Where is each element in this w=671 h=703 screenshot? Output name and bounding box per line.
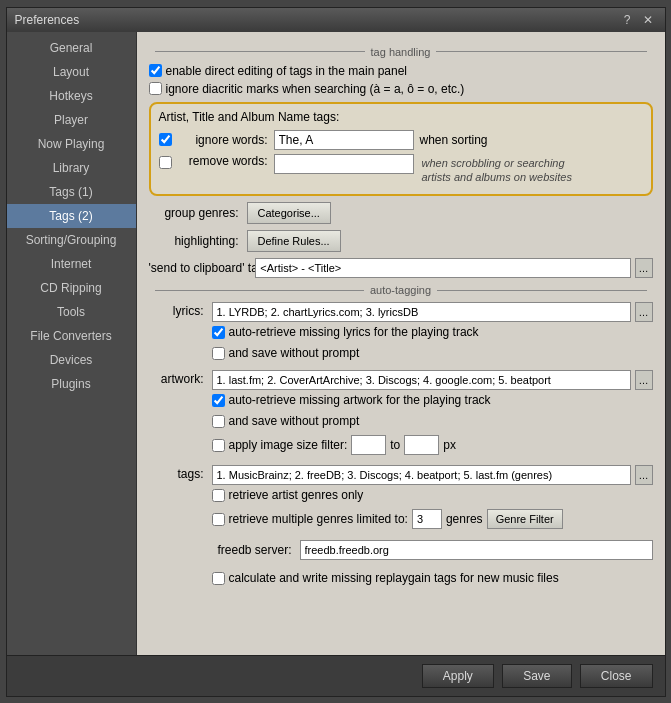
tags-dropdown-btn[interactable]: … bbox=[635, 465, 653, 485]
enable-direct-editing-label: enable direct editing of tags in the mai… bbox=[166, 64, 408, 78]
ignore-words-label: ignore words: bbox=[178, 133, 268, 147]
sidebar-item-now-playing[interactable]: Now Playing bbox=[7, 132, 136, 156]
lyrics-check1-row: auto-retrieve missing lyrics for the pla… bbox=[212, 325, 653, 339]
replaygain-row: calculate and write missing replaygain t… bbox=[212, 571, 653, 585]
artwork-to-label: to bbox=[390, 438, 400, 452]
sidebar-item-sorting[interactable]: Sorting/Grouping bbox=[7, 228, 136, 252]
tags-artist-genres-label: retrieve artist genres only bbox=[229, 488, 364, 502]
ignore-diacritic-checkbox[interactable] bbox=[149, 82, 162, 95]
sidebar-item-internet[interactable]: Internet bbox=[7, 252, 136, 276]
artwork-content: … auto-retrieve missing artwork for the … bbox=[212, 370, 653, 459]
remove-words-label: remove words: bbox=[178, 154, 268, 168]
enable-direct-editing-checkbox[interactable] bbox=[149, 64, 162, 77]
send-clipboard-row: 'send to clipboard' tags: … bbox=[149, 258, 653, 278]
replaygain-checkbox[interactable] bbox=[212, 572, 225, 585]
artwork-combo: … bbox=[212, 370, 653, 390]
artwork-dropdown-btn[interactable]: … bbox=[635, 370, 653, 390]
remove-words-checkbox[interactable] bbox=[159, 156, 172, 169]
sidebar-item-tools[interactable]: Tools bbox=[7, 300, 136, 324]
artwork-save-prompt-checkbox[interactable] bbox=[212, 415, 225, 428]
main-content: tag handling enable direct editing of ta… bbox=[137, 32, 665, 655]
sidebar-item-tags2[interactable]: Tags (2) bbox=[7, 204, 136, 228]
tags-multiple-genres-checkbox[interactable] bbox=[212, 513, 225, 526]
artwork-auto-retrieve-checkbox[interactable] bbox=[212, 394, 225, 407]
artwork-size-filter-row: apply image size filter: to px bbox=[212, 435, 653, 455]
genre-filter-button[interactable]: Genre Filter bbox=[487, 509, 563, 529]
section-line-right bbox=[436, 51, 646, 52]
artwork-size-max-input[interactable] bbox=[404, 435, 439, 455]
freedb-input[interactable] bbox=[300, 540, 653, 560]
save-button[interactable]: Save bbox=[502, 664, 572, 688]
lyrics-dropdown-btn[interactable]: … bbox=[635, 302, 653, 322]
lyrics-label: lyrics: bbox=[149, 302, 204, 318]
tags-row: tags: … retrieve artist genres only retr… bbox=[149, 465, 653, 589]
artwork-size-min-input[interactable] bbox=[351, 435, 386, 455]
sidebar-item-file-converters[interactable]: File Converters bbox=[7, 324, 136, 348]
artwork-row: artwork: … auto-retrieve missing artwork… bbox=[149, 370, 653, 459]
highlighting-row: highlighting: Define Rules... bbox=[149, 230, 653, 252]
lyrics-auto-retrieve-label: auto-retrieve missing lyrics for the pla… bbox=[229, 325, 479, 339]
sidebar-item-player[interactable]: Player bbox=[7, 108, 136, 132]
remove-words-input[interactable] bbox=[274, 154, 414, 174]
ignore-words-row: ignore words: when sorting bbox=[159, 130, 643, 150]
sidebar-item-plugins[interactable]: Plugins bbox=[7, 372, 136, 396]
artwork-size-filter-label: apply image size filter: bbox=[229, 438, 348, 452]
artwork-source-input[interactable] bbox=[212, 370, 631, 390]
dialog-title: Preferences bbox=[15, 13, 80, 27]
lyrics-save-prompt-checkbox[interactable] bbox=[212, 347, 225, 360]
sidebar-item-tags1[interactable]: Tags (1) bbox=[7, 180, 136, 204]
tag-handling-header: tag handling bbox=[149, 46, 653, 58]
sidebar-item-devices[interactable]: Devices bbox=[7, 348, 136, 372]
artwork-px-label: px bbox=[443, 438, 456, 452]
genres-label: genres bbox=[446, 512, 483, 526]
lyrics-source-input[interactable] bbox=[212, 302, 631, 322]
categorise-button[interactable]: Categorise... bbox=[247, 202, 331, 224]
sidebar-item-hotkeys[interactable]: Hotkeys bbox=[7, 84, 136, 108]
artwork-auto-retrieve-label: auto-retrieve missing artwork for the pl… bbox=[229, 393, 491, 407]
ignore-diacritic-label: ignore diacritic marks when searching (à… bbox=[166, 82, 465, 96]
sidebar-item-layout[interactable]: Layout bbox=[7, 60, 136, 84]
sidebar: General Layout Hotkeys Player Now Playin… bbox=[7, 32, 137, 655]
lyrics-combo: … bbox=[212, 302, 653, 322]
help-button[interactable]: ? bbox=[620, 13, 635, 27]
lyrics-check2-row: and save without prompt bbox=[212, 346, 653, 360]
replaygain-label: calculate and write missing replaygain t… bbox=[229, 571, 559, 585]
lyrics-content: … auto-retrieve missing lyrics for the p… bbox=[212, 302, 653, 364]
tags-source-input[interactable] bbox=[212, 465, 631, 485]
artwork-label: artwork: bbox=[149, 370, 204, 386]
dialog-footer: Apply Save Close bbox=[7, 655, 665, 696]
genres-count-input[interactable] bbox=[412, 509, 442, 529]
tags-combo: … bbox=[212, 465, 653, 485]
lyrics-row: lyrics: … auto-retrieve missing lyrics f… bbox=[149, 302, 653, 364]
tags-content: … retrieve artist genres only retrieve m… bbox=[212, 465, 653, 589]
lyrics-save-prompt-label: and save without prompt bbox=[229, 346, 360, 360]
sidebar-item-general[interactable]: General bbox=[7, 36, 136, 60]
preferences-dialog: Preferences ? ✕ General Layout Hotkeys P… bbox=[6, 7, 666, 697]
close-button[interactable]: Close bbox=[580, 664, 653, 688]
ignore-words-checkbox[interactable] bbox=[159, 133, 172, 146]
lyrics-auto-retrieve-checkbox[interactable] bbox=[212, 326, 225, 339]
sidebar-item-cd-ripping[interactable]: CD Ripping bbox=[7, 276, 136, 300]
remove-words-row: remove words: bbox=[159, 154, 414, 174]
tags-artist-genres-checkbox[interactable] bbox=[212, 489, 225, 502]
tags-multiple-genres-label: retrieve multiple genres limited to: bbox=[229, 512, 408, 526]
tags-at-label: tags: bbox=[149, 465, 204, 481]
close-title-button[interactable]: ✕ bbox=[639, 13, 657, 27]
sidebar-item-library[interactable]: Library bbox=[7, 156, 136, 180]
tags-check1-row: retrieve artist genres only bbox=[212, 488, 653, 502]
artwork-check2-row: and save without prompt bbox=[212, 414, 653, 428]
remove-words-note: when scrobbling or searching artists and… bbox=[422, 154, 582, 185]
artwork-check1-row: auto-retrieve missing artwork for the pl… bbox=[212, 393, 653, 407]
highlighting-label: highlighting: bbox=[149, 234, 239, 248]
send-clipboard-input[interactable] bbox=[255, 258, 630, 278]
dialog-body: General Layout Hotkeys Player Now Playin… bbox=[7, 32, 665, 655]
group-genres-label: group genres: bbox=[149, 206, 239, 220]
ignore-words-input[interactable] bbox=[274, 130, 414, 150]
define-rules-button[interactable]: Define Rules... bbox=[247, 230, 341, 252]
apply-button[interactable]: Apply bbox=[422, 664, 494, 688]
tags-check2-row: retrieve multiple genres limited to: gen… bbox=[212, 509, 653, 529]
send-clipboard-dropdown-btn[interactable]: … bbox=[635, 258, 653, 278]
artwork-size-filter-checkbox[interactable] bbox=[212, 439, 225, 452]
send-clipboard-label: 'send to clipboard' tags: bbox=[149, 261, 248, 275]
group-genres-row: group genres: Categorise... bbox=[149, 202, 653, 224]
